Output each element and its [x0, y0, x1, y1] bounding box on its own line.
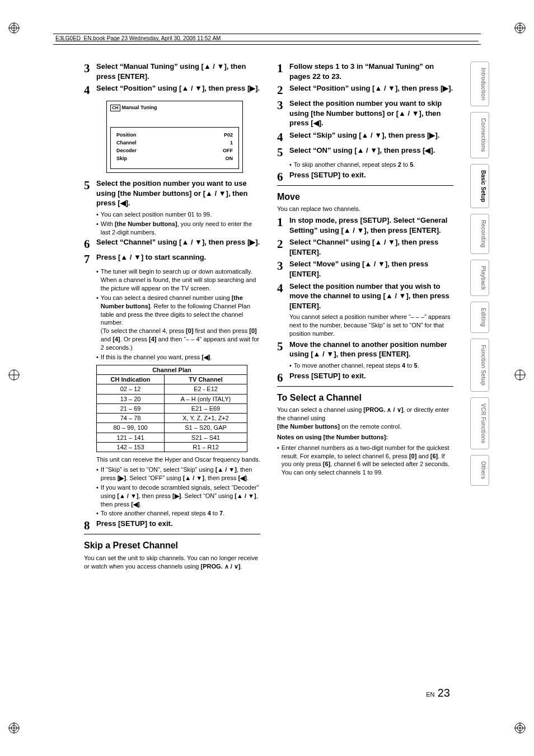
- step-number: 8: [84, 519, 93, 532]
- step-number: 5: [84, 179, 93, 208]
- body-text: You can replace two channels.: [277, 205, 453, 213]
- section-tab: Recording: [470, 214, 489, 253]
- bullet: To skip another channel, repeat steps 2 …: [294, 161, 415, 169]
- section-tab: VCR Functions: [470, 397, 489, 450]
- bullet: If “Skip” is set to “ON”, select “Skip” …: [101, 466, 260, 482]
- step-number: 6: [277, 170, 286, 183]
- step-number: 4: [277, 130, 286, 143]
- step-text: Select “Channel” using [▲ / ▼], then pre…: [96, 237, 260, 250]
- crop-mark: [514, 369, 526, 381]
- note: This unit can receive the Hyper and Osca…: [96, 456, 260, 464]
- bullet: If this is the channel you want, press […: [101, 353, 212, 361]
- osd-screenshot: CHManual Tuning PositionP02Channel1Decod…: [106, 101, 243, 173]
- step-number: 4: [84, 83, 93, 96]
- section-heading: Move: [277, 191, 453, 203]
- step-number: 5: [277, 340, 286, 359]
- section-tab: Function Setup: [470, 339, 489, 392]
- section-tab: Connections: [470, 112, 489, 158]
- crop-mark: [8, 722, 20, 734]
- bullet: If you want to decode scrambled signals,…: [101, 483, 260, 509]
- bullet: To store another channel, repeat steps 4…: [101, 509, 224, 518]
- step-number: 1: [277, 215, 286, 235]
- step-text: Select “Position” using [▲ / ▼], then pr…: [289, 83, 453, 96]
- osd-title: Manual Tuning: [122, 105, 157, 111]
- step-text: Select the position number you want to u…: [96, 179, 260, 208]
- step-number: 5: [277, 145, 286, 158]
- left-column: 3 Select “Manual Tuning” using [▲ / ▼], …: [84, 62, 260, 573]
- section-tab: Basic Setup: [470, 164, 489, 208]
- step-text: Press [▲ / ▼] to start scanning.: [96, 252, 206, 265]
- step-number: 3: [84, 62, 93, 81]
- step-text: Select “Manual Tuning” using [▲ / ▼], th…: [96, 62, 260, 81]
- section-tab: Introduction: [470, 62, 489, 106]
- step-text: In stop mode, press [SETUP]. Select “Gen…: [289, 215, 453, 235]
- step-text: Select the position number you want to s…: [289, 98, 453, 128]
- section-heading: Skip a Preset Channel: [84, 540, 260, 552]
- section-tabs: IntroductionConnectionsBasic SetupRecord…: [470, 62, 489, 486]
- page-footer: EN 23: [426, 685, 450, 700]
- step-text: Follow steps 1 to 3 in “Manual Tuning” o…: [289, 62, 453, 81]
- step-text: Select “Channel” using [▲ / ▼], then pre…: [289, 237, 453, 257]
- step-number: 3: [277, 98, 286, 128]
- step-number: 6: [277, 371, 286, 384]
- osd-icon: CH: [110, 105, 120, 111]
- step-text: Press [SETUP] to exit.: [96, 519, 173, 532]
- crop-mark: [514, 722, 526, 734]
- step-text: Press [SETUP] to exit.: [289, 170, 366, 183]
- right-column: 1 Follow steps 1 to 3 in “Manual Tuning”…: [277, 62, 453, 573]
- bullet: With [the Number buttons], you only need…: [101, 220, 260, 237]
- step-number: 3: [277, 259, 286, 279]
- section-tab: Editing: [470, 302, 489, 333]
- doc-header: E3LG0ED_EN.book Page 23 Wednesday, April…: [53, 34, 481, 45]
- section-tab: Others: [470, 455, 489, 485]
- bullet: You can select a desired channel number …: [101, 294, 260, 352]
- bullet: Enter channel numbers as a two-digit num…: [282, 444, 453, 477]
- step-number: 2: [277, 237, 286, 257]
- bullet: You can select position number 01 to 99.: [101, 210, 212, 219]
- doc-header-text: E3LG0ED_EN.book Page 23 Wednesday, April…: [55, 35, 221, 41]
- bullet: To move another channel, repeat steps 4 …: [294, 361, 419, 370]
- section-tab: Playback: [470, 260, 489, 296]
- crop-mark: [8, 369, 20, 381]
- notes-heading: Notes on using [the Number buttons]:: [277, 433, 453, 442]
- step-number: 6: [84, 237, 93, 250]
- step-text: Select the position number that you wish…: [289, 281, 453, 311]
- section-heading: To Select a Channel: [277, 392, 453, 404]
- step-text: Select “ON” using [▲ / ▼], then press [◀…: [289, 145, 435, 158]
- step-number: 2: [277, 83, 286, 96]
- step-text: Select “Skip” using [▲ / ▼], then press …: [289, 130, 439, 143]
- step-text: Move the channel to another position num…: [289, 340, 453, 359]
- step-number: 1: [277, 62, 286, 81]
- step-number: 4: [277, 281, 286, 311]
- channel-plan-table: Channel Plan CH IndicationTV Channel 02 …: [96, 365, 247, 453]
- note: You cannot select a position number wher…: [289, 313, 453, 338]
- step-text: Select “Move” using [▲ / ▼], then press …: [289, 259, 453, 279]
- step-text: Select “Position” using [▲ / ▼], then pr…: [96, 83, 260, 96]
- step-text: Press [SETUP] to exit.: [289, 371, 366, 384]
- crop-mark: [8, 22, 20, 34]
- bullet: The tuner will begin to search up or dow…: [101, 267, 260, 293]
- body-text: You can select a channel using [PROG. ∧ …: [277, 406, 453, 431]
- body-text: You can set the unit to skip channels. Y…: [84, 554, 260, 571]
- crop-mark: [514, 22, 526, 34]
- step-number: 7: [84, 252, 93, 265]
